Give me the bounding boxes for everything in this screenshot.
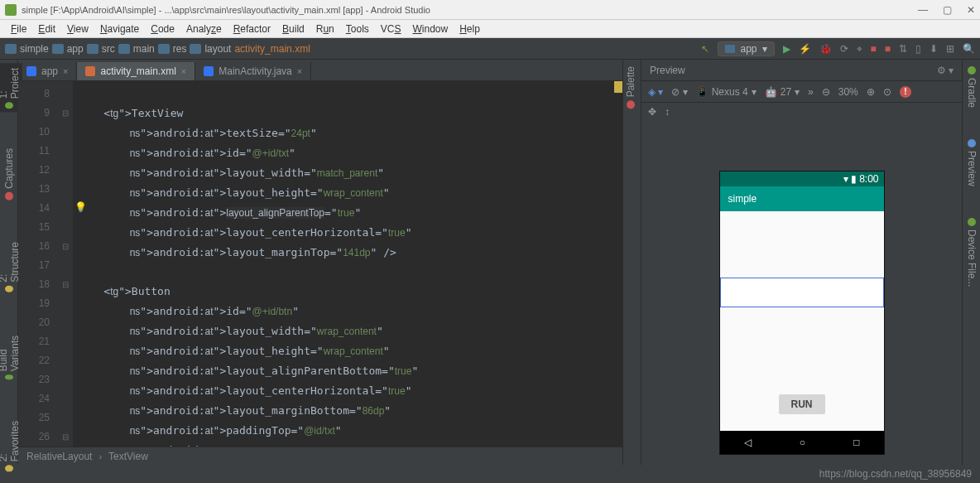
close-button[interactable]: ✕ <box>967 4 975 16</box>
maximize-button[interactable]: ▢ <box>943 4 952 16</box>
crumb-src[interactable]: src <box>102 43 115 55</box>
device-frame: ▾▮8:00 simple RUN ◁○□ <box>719 171 885 455</box>
intention-bulb-icon[interactable]: 💡 <box>74 201 86 213</box>
window-title: simple [F:\App\Android\AI\simple] - ...\… <box>22 5 918 15</box>
tab-gradle[interactable]: Gradle <box>964 63 979 111</box>
app-icon <box>5 4 17 16</box>
menu-edit[interactable]: Edit <box>32 23 61 35</box>
crumb-file[interactable]: activity_main.xml <box>234 43 310 55</box>
menu-navigate[interactable]: Navigate <box>94 23 145 35</box>
xml-icon <box>85 66 95 76</box>
preview-toolbar: ◈ ▾ ⊘ ▾ 📱Nexus 4▾ 🤖27▾ » ⊖ 30% ⊕ ⊙ ! <box>641 81 962 103</box>
menubar: File Edit View Navigate Code Analyze Ref… <box>0 20 980 38</box>
avd-button[interactable]: ▯ <box>915 43 921 55</box>
menu-tools[interactable]: Tools <box>340 23 375 35</box>
zoom-level: 30% <box>838 86 858 98</box>
folder-icon <box>5 44 17 54</box>
search-icon[interactable]: 🔍 <box>963 43 975 55</box>
zoom-out-icon[interactable]: ⊖ <box>822 86 830 98</box>
tab-preview[interactable]: Preview <box>964 136 979 190</box>
preview-panel: Preview ⚙ ▾ ◈ ▾ ⊘ ▾ 📱Nexus 4▾ 🤖27▾ » ⊖ 3… <box>641 60 962 465</box>
more-icon[interactable]: » <box>808 86 814 98</box>
folder-icon <box>158 44 170 54</box>
left-tool-tabs: 1: Project Captures 2: Structure Build V… <box>0 60 18 465</box>
project-struct-button[interactable]: ⊞ <box>946 43 954 55</box>
bc-textview[interactable]: TextView <box>108 451 148 462</box>
preview-textview[interactable] <box>720 278 884 307</box>
menu-vcs[interactable]: VCS <box>375 23 407 35</box>
nav-recent-icon: □ <box>853 437 859 448</box>
sync-button[interactable]: ⇅ <box>899 43 907 55</box>
right-tool-tabs: Gradle Preview Device File... <box>962 60 980 465</box>
apply-changes-button[interactable]: ⚡ <box>799 43 811 55</box>
gear-icon[interactable]: ⚙ ▾ <box>937 65 954 76</box>
device-body: RUN <box>720 211 884 431</box>
device-navbar: ◁○□ <box>720 431 884 454</box>
menu-run[interactable]: Run <box>310 23 340 35</box>
orientation-icon[interactable]: ⊘ ▾ <box>671 86 687 98</box>
resize-icon[interactable]: ↕ <box>665 106 670 118</box>
crumb-app[interactable]: app <box>67 43 84 55</box>
zoom-in-icon[interactable]: ⊕ <box>867 86 875 98</box>
fit-icon[interactable]: ⊙ <box>883 86 891 98</box>
nav-back-icon: ◁ <box>744 437 752 448</box>
element-breadcrumb: RelativeLayout › TextView <box>18 447 622 465</box>
device-appbar: simple <box>720 186 884 211</box>
tab-captures[interactable]: Captures <box>2 145 17 204</box>
warning-stripe <box>614 81 622 93</box>
phone-canvas: ▾▮8:00 simple RUN ◁○□ <box>641 121 962 465</box>
layers-icon[interactable]: ◈ ▾ <box>648 86 663 98</box>
close-icon[interactable]: × <box>297 66 302 76</box>
stop-button[interactable]: ■ <box>871 43 877 55</box>
tab-palette[interactable]: Palette <box>623 63 638 112</box>
code-editor[interactable]: 89101112131415161718192021222324252627 ⊟… <box>18 81 622 447</box>
crumb-layout[interactable]: layout <box>204 43 231 55</box>
menu-view[interactable]: View <box>61 23 94 35</box>
menu-window[interactable]: Window <box>406 23 454 35</box>
tab-mainactivity[interactable]: MainActivity.java× <box>195 62 311 80</box>
profile-button[interactable]: ⟳ <box>840 43 848 55</box>
crumb-res[interactable]: res <box>173 43 187 55</box>
device-statusbar: ▾▮8:00 <box>720 171 884 186</box>
watermark: https://blog.csdn.net/qq_38956849 <box>819 468 972 480</box>
close-icon[interactable]: × <box>63 66 68 76</box>
breadcrumb: simple app src main res layout activity_… <box>5 43 310 55</box>
menu-code[interactable]: Code <box>145 23 180 35</box>
tab-device-file[interactable]: Device File... <box>964 215 979 290</box>
folder-icon <box>52 44 64 54</box>
run-config-dropdown[interactable]: app▾ <box>718 41 774 56</box>
stop2-button[interactable]: ■ <box>885 43 891 55</box>
crumb-main[interactable]: main <box>133 43 155 55</box>
menu-refactor[interactable]: Refactor <box>228 23 276 35</box>
attach-button[interactable]: ⌖ <box>857 43 862 55</box>
debug-button[interactable]: 🐞 <box>819 43 832 55</box>
menu-analyze[interactable]: Analyze <box>180 23 228 35</box>
bc-relativelayout[interactable]: RelativeLayout <box>26 451 92 462</box>
run-button[interactable]: ▶ <box>783 43 790 55</box>
editor-tabs: app× activity_main.xml× MainActivity.jav… <box>18 60 622 81</box>
preview-toolbar-2: ✥ ↕ <box>641 103 962 121</box>
code-content[interactable]: <tg">TextView ns">android:at">textSize="… <box>73 81 622 447</box>
folder-icon <box>87 44 98 54</box>
close-icon[interactable]: × <box>181 66 186 76</box>
device-dropdown[interactable]: 📱Nexus 4▾ <box>696 86 757 98</box>
editor-area: app× activity_main.xml× MainActivity.jav… <box>18 60 622 465</box>
window-buttons: — ▢ ✕ <box>918 4 975 16</box>
tab-activity-main[interactable]: activity_main.xml× <box>77 62 195 80</box>
back-icon[interactable]: ↖ <box>701 43 709 55</box>
crumb-simple[interactable]: simple <box>20 43 49 55</box>
menu-build[interactable]: Build <box>276 23 310 35</box>
titlebar: simple [F:\App\Android\AI\simple] - ...\… <box>0 0 980 20</box>
preview-header: Preview ⚙ ▾ <box>641 60 962 81</box>
api-dropdown[interactable]: 🤖27▾ <box>765 86 800 98</box>
menu-file[interactable]: File <box>5 23 32 35</box>
java-icon <box>204 66 214 76</box>
error-badge[interactable]: ! <box>900 86 911 98</box>
gradle-icon <box>26 66 36 76</box>
preview-run-button[interactable]: RUN <box>779 394 825 414</box>
pan-icon[interactable]: ✥ <box>648 106 656 118</box>
minimize-button[interactable]: — <box>918 4 928 16</box>
menu-help[interactable]: Help <box>454 23 486 35</box>
sdk-button[interactable]: ⬇ <box>930 43 938 55</box>
tab-app[interactable]: app× <box>18 62 77 80</box>
